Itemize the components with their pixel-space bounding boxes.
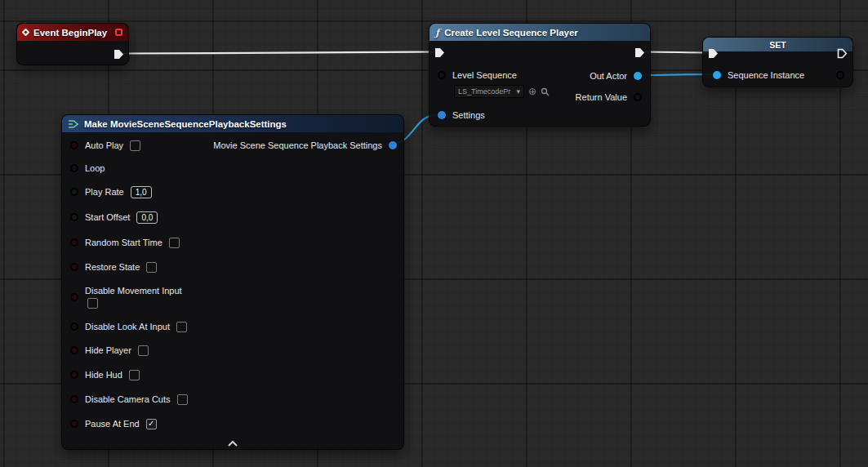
exec-in-pin[interactable] (708, 48, 719, 59)
node-set-sequence-instance[interactable]: SET Sequence Instance (702, 37, 853, 87)
pin-label: Hide Hud (85, 370, 122, 380)
bool-pin[interactable] (70, 238, 78, 247)
pin-label: Loop (85, 163, 105, 173)
pin-label: Level Sequence (452, 70, 517, 80)
pin-label: Pause At End (85, 419, 140, 429)
pin-label: Hide Player (85, 345, 131, 355)
pin-label: Start Offset (85, 212, 130, 222)
function-icon: ƒ (435, 27, 439, 38)
out-actor-pin[interactable] (634, 72, 642, 80)
pin-label: Play Rate (85, 187, 124, 197)
node-title: SET (769, 40, 786, 50)
node-title: Event BeginPlay (33, 28, 107, 38)
exec-out-pin[interactable] (837, 48, 848, 59)
pin-label: Return Value (576, 92, 627, 102)
node-title: Create Level Sequence Player (444, 28, 578, 38)
node-header[interactable]: SET (703, 38, 852, 51)
node-create-level-sequence-player[interactable]: ƒ Create Level Sequence Player Level Seq… (429, 23, 651, 127)
pin-label: Disable Camera Cuts (85, 394, 171, 404)
browse-asset-icon[interactable] (541, 87, 550, 96)
float-pin[interactable] (70, 188, 78, 196)
pin-label: Disable Movement Input (85, 286, 182, 296)
settings-pin[interactable] (438, 111, 446, 119)
sequence-instance-pin[interactable] (713, 71, 721, 79)
level-sequence-dropdown[interactable]: LS_TimecodePr ▾ (454, 85, 524, 98)
bool-pin[interactable] (70, 395, 78, 403)
struct-pin[interactable] (70, 164, 78, 172)
exec-out-pin[interactable] (634, 47, 645, 58)
pause-at-end-checkbox[interactable]: ✓ (146, 419, 157, 429)
bool-pin[interactable] (70, 263, 78, 271)
bool-pin[interactable] (70, 141, 78, 149)
disable-camera-cuts-checkbox[interactable] (177, 394, 188, 405)
make-struct-icon (68, 119, 79, 129)
node-make-playback-settings[interactable]: Make MovieSceneSequencePlaybackSettings … (61, 114, 404, 450)
event-icon (22, 29, 30, 37)
use-selected-icon[interactable]: ⊕ (528, 87, 536, 96)
bool-pin[interactable] (70, 322, 78, 331)
collapse-chevron-icon[interactable] (227, 440, 238, 447)
pin-label: Auto Play (85, 140, 123, 150)
exec-out-pin[interactable] (114, 49, 124, 60)
dropdown-value: LS_TimecodePr (458, 87, 510, 96)
auto-play-checkbox[interactable] (130, 140, 140, 151)
pin-label: Disable Look At Input (85, 322, 170, 331)
random-start-time-checkbox[interactable] (169, 238, 180, 248)
hide-hud-checkbox[interactable] (129, 370, 140, 380)
node-title: Make MovieSceneSequencePlaybackSettings (84, 119, 287, 129)
pin-label: Sequence Instance (728, 70, 804, 80)
node-header[interactable]: Make MovieSceneSequencePlaybackSettings (62, 115, 403, 132)
node-header[interactable]: Event BeginPlay (17, 24, 128, 41)
set-output-pin[interactable] (836, 71, 844, 79)
disable-movement-input-checkbox[interactable] (87, 298, 98, 309)
chevron-down-icon: ▾ (516, 87, 520, 96)
hide-player-checkbox[interactable] (138, 345, 149, 356)
start-offset-input[interactable]: 0,0 (136, 211, 158, 224)
pin-label: Out Actor (590, 71, 627, 81)
play-rate-input[interactable]: 1,0 (131, 186, 152, 198)
bool-pin[interactable] (70, 420, 78, 428)
bool-pin[interactable] (70, 293, 78, 301)
bool-pin[interactable] (70, 346, 78, 354)
return-value-pin[interactable] (634, 93, 642, 101)
delegate-pin[interactable] (115, 29, 122, 36)
exec-wire-beginplay-to-create (122, 52, 436, 54)
pin-label: Random Start Time (85, 238, 162, 247)
blueprint-graph-canvas[interactable]: Event BeginPlay ƒ Create Level Sequence … (0, 0, 868, 467)
disable-look-at-input-checkbox[interactable] (176, 322, 187, 332)
node-header[interactable]: ƒ Create Level Sequence Player (430, 24, 650, 41)
exec-in-pin[interactable] (434, 47, 445, 58)
pin-label: Restore State (85, 262, 140, 272)
restore-state-checkbox[interactable] (146, 262, 157, 273)
level-sequence-pin[interactable] (438, 71, 446, 79)
node-event-beginplay[interactable]: Event BeginPlay (16, 23, 129, 65)
pin-label: Settings (452, 110, 485, 120)
exec-wire-create-to-set (644, 52, 710, 53)
checkmark-icon: ✓ (148, 420, 154, 428)
bool-pin[interactable] (70, 371, 78, 379)
float-pin[interactable] (70, 213, 78, 221)
